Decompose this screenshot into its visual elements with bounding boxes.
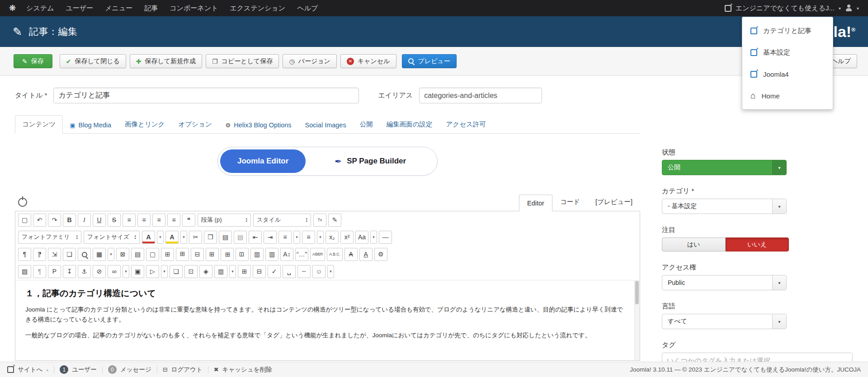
status-select[interactable]: 公開 ▾ (662, 160, 787, 175)
site-links-menu[interactable]: エンジニアでなくても使えるJ... (736, 4, 835, 13)
save-close-button[interactable]: ✔ 保存して閉じる (60, 54, 126, 68)
media-caret-icon[interactable]: ▾ (161, 265, 168, 278)
anchor-icon[interactable]: ⚓ (78, 265, 91, 278)
remove-block-icon[interactable]: ⊟ (253, 265, 266, 278)
save-button[interactable]: ✎ 保存 (14, 54, 52, 68)
text-color-icon[interactable]: A (142, 231, 155, 244)
cancel-button[interactable]: ✕ キャンセル (340, 54, 396, 68)
table-caret-icon[interactable]: ▾ (108, 248, 114, 261)
acronym-icon[interactable]: A.B.C. (327, 248, 343, 261)
tab-content[interactable]: コンテンツ (15, 115, 63, 134)
logged-in-users-link[interactable]: 1 ユーザー (60, 365, 97, 374)
merge-cells-icon[interactable]: ▥ (250, 248, 264, 261)
italic-icon[interactable]: I (78, 214, 91, 227)
preview-button[interactable]: プレビュー (402, 54, 457, 68)
alias-field[interactable] (419, 88, 542, 103)
split-cells-icon[interactable]: ▥ (265, 248, 278, 261)
horizontal-rule-icon[interactable]: — (379, 231, 392, 244)
access-select[interactable]: Public ▾ (662, 275, 787, 290)
columns-caret-icon[interactable]: ▾ (229, 265, 236, 278)
embed-code-icon[interactable]: ⊡ (184, 265, 198, 278)
column-delete-icon[interactable]: ⊟ (236, 248, 249, 261)
indent-increase-icon[interactable]: ⇥ (264, 231, 277, 244)
menu-help[interactable]: ヘルプ (291, 0, 324, 16)
image-icon[interactable]: ▣ (131, 265, 144, 278)
row-insert-below-icon[interactable]: ⊞ (176, 248, 189, 261)
numbered-list-caret-icon[interactable]: ▾ (293, 231, 300, 244)
style-select[interactable]: スタイル ▴▾ (253, 214, 311, 227)
indent-decrease-icon[interactable]: ⇤ (249, 231, 262, 244)
featured-no-button[interactable]: いいえ (726, 237, 789, 251)
align-right-icon[interactable]: ≡ (152, 214, 165, 227)
bold-icon[interactable]: B (63, 214, 76, 227)
clear-cache-link[interactable]: ✖ キャッシュを削除 (214, 366, 272, 374)
superscript-icon[interactable]: x² (340, 231, 354, 244)
numbered-list-icon[interactable]: ≡ (278, 231, 292, 244)
scrollbar-thumb[interactable] (635, 281, 639, 304)
remove-format-icon[interactable]: Tx (313, 214, 326, 227)
save-new-button[interactable]: ✚ 保存して新規作成 (130, 54, 202, 68)
category-select[interactable]: - 基本設定 ▾ (662, 199, 787, 214)
toolbar-toggle-caret-icon[interactable]: ▾ (327, 265, 334, 278)
column-insert-left-icon[interactable]: ⊞ (206, 248, 219, 261)
quotation-icon[interactable]: “…” (295, 248, 308, 261)
table-row-properties-icon[interactable]: ▤ (131, 248, 144, 261)
cut-icon[interactable]: ✂ (189, 231, 202, 244)
preformatted-icon[interactable]: P (48, 265, 61, 278)
highlight-color-icon[interactable]: A (165, 231, 179, 244)
strikethrough-icon[interactable]: S (108, 214, 121, 227)
menu-users[interactable]: ユーザー (60, 0, 99, 16)
language-select[interactable]: すべて ▾ (662, 314, 787, 329)
nonbreaking-space-icon[interactable]: ␣ (283, 265, 296, 278)
insert-block-icon[interactable]: ⊞ (238, 265, 251, 278)
gear-icon[interactable]: ⚙ (374, 248, 387, 261)
view-site-link[interactable]: サイトへ ▴ (7, 366, 48, 374)
page-break-icon[interactable]: ┄ (297, 265, 311, 278)
editor-power-icon[interactable] (18, 198, 27, 207)
paragraph-ltr-icon[interactable]: ¶ (18, 248, 31, 261)
import-file-icon[interactable]: ↧ (63, 265, 76, 278)
unlink-icon[interactable]: ⊘ (93, 265, 106, 278)
text-color-caret-icon[interactable]: ▾ (157, 231, 164, 244)
emoticon-icon[interactable]: ☺ (312, 265, 326, 278)
editor-content-area[interactable]: １，記事のカテゴリ構造について Joomla にとって記事のカテゴリ分類というの… (15, 280, 635, 360)
table-delete-icon[interactable]: ⊠ (116, 248, 129, 261)
paste-as-text-icon[interactable]: ▤ (234, 231, 247, 244)
visual-blocks-icon[interactable]: ▨ (18, 265, 31, 278)
deleted-text-icon[interactable]: A (344, 248, 358, 261)
column-insert-right-icon[interactable]: ⊞ (221, 248, 234, 261)
spellcheck-icon[interactable]: ✓ (268, 265, 281, 278)
row-insert-above-icon[interactable]: ⊞ (161, 248, 174, 261)
subscript-icon[interactable]: x₂ (326, 231, 339, 244)
redo-icon[interactable]: ↷ (48, 214, 61, 227)
inserted-text-icon[interactable]: A (359, 248, 373, 261)
editor-scrollbar[interactable] (634, 280, 640, 360)
table-cell-properties-icon[interactable]: ▢ (146, 248, 159, 261)
blockquote-icon[interactable]: ❝ (182, 214, 195, 227)
messages-link[interactable]: 0 メッセージ (108, 365, 151, 374)
table-icon[interactable]: ▦ (93, 248, 106, 261)
case-change-caret-icon[interactable]: ▾ (370, 231, 377, 244)
font-family-select[interactable]: フォントファミリ ▴▾ (18, 231, 81, 244)
page-icon[interactable]: ❏ (170, 265, 183, 278)
paragraph-rtl-icon[interactable]: ¶ (33, 248, 46, 261)
bullet-list-caret-icon[interactable]: ▾ (317, 231, 324, 244)
visual-chars-icon[interactable]: ¶ (33, 265, 46, 278)
link-caret-icon[interactable]: ▾ (123, 265, 129, 278)
title-field[interactable] (53, 88, 359, 103)
joomla-editor-toggle[interactable]: Joomla Editor (220, 149, 306, 173)
bullet-list-icon[interactable]: ≡ (302, 231, 315, 244)
tab-options[interactable]: オプション (171, 116, 218, 133)
link-icon[interactable]: ∞ (108, 265, 121, 278)
find-replace-icon[interactable] (78, 248, 91, 261)
dropdown-item-joomla4[interactable]: Joomla4 (742, 63, 833, 85)
tags-input[interactable] (662, 353, 853, 362)
copy-icon[interactable]: ❐ (204, 231, 217, 244)
tab-publishing[interactable]: 公開 (353, 116, 380, 133)
fullscreen-icon[interactable]: ⇲ (48, 248, 61, 261)
menu-content[interactable]: 記事 (138, 0, 164, 16)
dropdown-item-basic-settings[interactable]: 基本設定 (742, 42, 833, 63)
menu-menus[interactable]: メニュー (99, 0, 138, 16)
media-icon[interactable]: ▷ (146, 265, 159, 278)
align-justify-icon[interactable]: ≡ (167, 214, 180, 227)
